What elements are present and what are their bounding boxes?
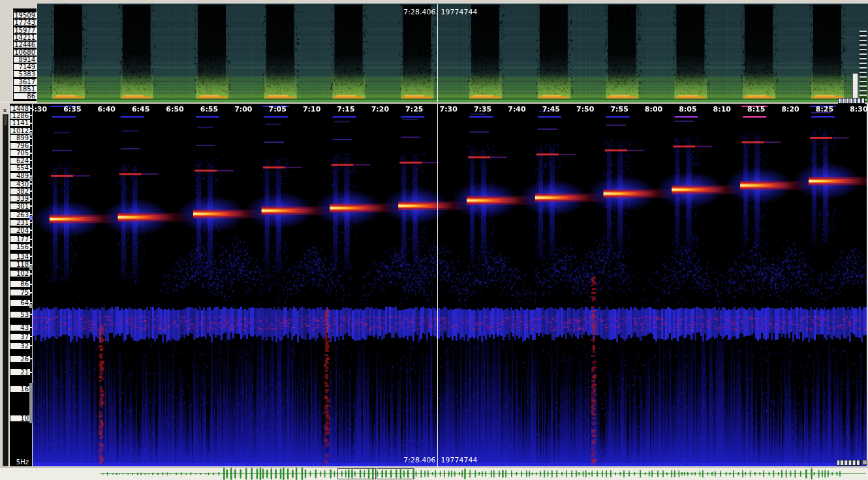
frequency-tick-label: 21 bbox=[10, 368, 30, 376]
frequency-tick-label: 177 bbox=[10, 235, 30, 243]
frequency-tick-label: 339 bbox=[10, 195, 30, 202]
time-tick-label: 8:05 bbox=[679, 105, 696, 113]
playback-cursor[interactable] bbox=[437, 104, 438, 466]
frequency-tick-label: 301 bbox=[10, 203, 30, 210]
frequency-tick bbox=[30, 302, 32, 303]
frequency-floor-label: 5Hz bbox=[10, 458, 30, 466]
time-tick-label: 7:45 bbox=[542, 105, 560, 113]
frequency-tick-label: 10 bbox=[10, 415, 30, 422]
frequency-tick-label: 17743 bbox=[14, 19, 37, 26]
time-tick-label: 8:30 bbox=[850, 105, 867, 113]
close-icon[interactable]: x bbox=[11, 7, 18, 14]
time-tick-label: 7:55 bbox=[610, 105, 628, 113]
time-tick-label: 7:50 bbox=[576, 105, 594, 113]
frequency-tick-label: 1012 bbox=[10, 127, 30, 134]
frequency-tick-label: 705 bbox=[10, 149, 30, 157]
time-tick-label: 6:55 bbox=[200, 105, 218, 113]
time-axis[interactable]: 6:306:356:406:456:506:557:007:057:107:15… bbox=[0, 104, 868, 117]
frequency-tick-label: 37 bbox=[10, 333, 30, 340]
frequency-tick bbox=[30, 284, 32, 285]
frequency-tick-label: 899 bbox=[10, 134, 30, 142]
spectrogram-analyzer-window: x 19509177431597714211124461068089147149… bbox=[0, 0, 868, 480]
frequency-tick bbox=[30, 336, 32, 337]
waveform-selection-box[interactable] bbox=[377, 468, 414, 479]
time-tick-label: 8:15 bbox=[747, 105, 765, 113]
vertical-zoom-scrollbar[interactable] bbox=[852, 73, 858, 101]
top-spectrogram-panel: x 19509177431597714211124461068089147149… bbox=[0, 3, 868, 102]
time-tick-label: 7:00 bbox=[234, 105, 252, 113]
zoom-end-button[interactable] bbox=[862, 460, 867, 465]
frequency-tick-label: 102 bbox=[10, 270, 30, 277]
frequency-tick-label: 231 bbox=[10, 219, 30, 226]
frequency-tick bbox=[30, 327, 32, 328]
time-tick-label: 7:35 bbox=[474, 105, 491, 113]
frequency-tick bbox=[30, 345, 32, 346]
frequency-tick bbox=[30, 222, 32, 223]
frequency-tick-label: 16 bbox=[10, 385, 30, 393]
frequency-tick-label: 1448 bbox=[10, 105, 30, 112]
frequency-tick-label: 1141 bbox=[10, 119, 30, 127]
waveform-overview-strip[interactable] bbox=[0, 467, 868, 480]
scale-marker[interactable] bbox=[29, 216, 33, 220]
waveform-canvas[interactable] bbox=[0, 468, 868, 480]
frequency-tick-label: 14211 bbox=[14, 34, 37, 41]
time-tick-label: 7:25 bbox=[405, 105, 423, 113]
vertical-zoom-ruler bbox=[860, 31, 867, 102]
cursor-sample-readout: 19774744 bbox=[441, 456, 477, 464]
scale-marker[interactable] bbox=[29, 132, 33, 136]
frequency-tick-label: 12446 bbox=[14, 41, 37, 48]
time-tick-label: 8:10 bbox=[713, 105, 731, 113]
left-scroll-strip[interactable] bbox=[3, 114, 8, 466]
top-frequency-scale[interactable]: 1950917743159771421112446106808914714953… bbox=[12, 8, 37, 101]
main-spectrogram-canvas[interactable] bbox=[33, 104, 868, 466]
frequency-tick bbox=[30, 273, 32, 275]
frequency-tick-label: 554 bbox=[10, 164, 30, 172]
frequency-tick bbox=[30, 314, 32, 315]
scale-marker[interactable] bbox=[29, 304, 33, 308]
frequency-tick bbox=[30, 292, 32, 293]
frequency-tick bbox=[30, 183, 32, 185]
scroll-thumb[interactable] bbox=[4, 115, 7, 125]
playback-cursor[interactable] bbox=[437, 4, 438, 102]
time-tick-label: 7:20 bbox=[371, 105, 389, 113]
frequency-tick-label: 75 bbox=[10, 289, 30, 296]
time-tick-label: 6:35 bbox=[63, 105, 81, 113]
frequency-tick bbox=[30, 358, 32, 359]
frequency-tick bbox=[30, 108, 32, 109]
frequency-tick-label: 43 bbox=[10, 324, 30, 331]
frequency-tick-label: 7149 bbox=[14, 63, 37, 70]
frequency-tick bbox=[30, 145, 32, 146]
scale-marker[interactable] bbox=[29, 266, 33, 270]
frequency-tick-label: 263 bbox=[10, 211, 30, 218]
horizontal-zoom-scrollbar[interactable] bbox=[838, 98, 865, 104]
frequency-tick-label: 10680 bbox=[14, 49, 37, 56]
frequency-tick bbox=[30, 123, 32, 124]
time-tick-label: 8:00 bbox=[645, 105, 662, 113]
time-tick-label: 7:10 bbox=[303, 105, 320, 113]
frequency-tick-label: 118 bbox=[10, 261, 30, 268]
frequency-tick-label: 15977 bbox=[14, 27, 37, 34]
time-tick-label: 6:45 bbox=[132, 105, 149, 113]
frequency-tick-label: 382 bbox=[10, 188, 30, 195]
top-spectrogram-canvas[interactable] bbox=[37, 3, 868, 102]
waveform-selection-box[interactable] bbox=[337, 468, 376, 479]
frequency-tick bbox=[30, 153, 32, 154]
scale-marker[interactable] bbox=[29, 177, 33, 181]
frequency-tick-label: 624 bbox=[10, 157, 30, 164]
scale-scrollbar-thumb[interactable] bbox=[29, 383, 33, 423]
close-icon[interactable]: x bbox=[1, 106, 8, 113]
frequency-tick bbox=[30, 190, 32, 192]
frequency-tick-label: 53 bbox=[10, 311, 30, 318]
main-frequency-scale[interactable]: 1448128611411012899796705624554489430382… bbox=[9, 104, 33, 466]
frequency-tick-label: 489 bbox=[10, 172, 30, 179]
time-tick-label: 7:15 bbox=[337, 105, 354, 113]
frequency-tick bbox=[30, 205, 32, 207]
frequency-tick-label: 156 bbox=[10, 243, 30, 250]
frequency-tick bbox=[30, 138, 32, 139]
frequency-tick-label: 86 bbox=[10, 280, 30, 288]
cursor-sample-readout: 19774744 bbox=[441, 8, 477, 16]
time-tick-label: 7:05 bbox=[269, 105, 287, 113]
frequency-tick-label: 1851 bbox=[14, 85, 37, 93]
horizontal-zoom-scrollbar[interactable] bbox=[837, 460, 861, 466]
frequency-tick bbox=[30, 372, 32, 373]
